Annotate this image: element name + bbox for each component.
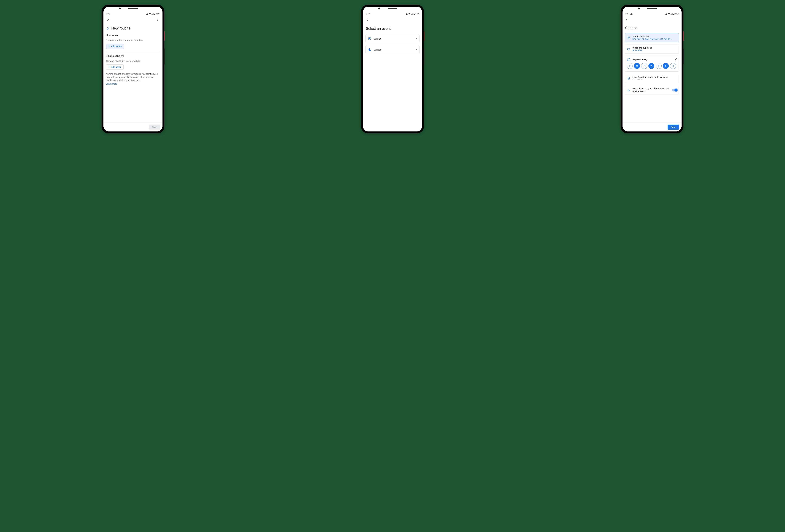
wifi-icon xyxy=(668,13,670,15)
day-chip[interactable]: S xyxy=(627,63,633,69)
phone-3: 3:47 61% Sunrise xyxy=(621,5,683,133)
moon-icon xyxy=(368,48,371,51)
location-title: Sunrise location xyxy=(632,35,677,38)
svg-line-19 xyxy=(370,37,371,38)
page-title: Sunrise xyxy=(625,23,679,33)
day-chip[interactable]: T xyxy=(656,63,662,69)
phone-2: 3:47 61% Select an event Sunrise xyxy=(361,5,424,133)
plus-icon xyxy=(108,45,110,47)
day-chip[interactable]: T xyxy=(641,63,647,69)
svg-rect-22 xyxy=(674,13,674,13)
back-icon[interactable] xyxy=(625,17,630,22)
svg-point-6 xyxy=(157,20,158,21)
clock: 3:47 xyxy=(625,12,629,15)
save-button: Save xyxy=(149,125,160,130)
when-title: When the sun rises xyxy=(632,47,677,49)
event-option-label: Sunset xyxy=(374,48,413,51)
repeats-title: Repeats every xyxy=(632,58,647,61)
wifi-icon xyxy=(408,13,410,15)
svg-point-28 xyxy=(629,78,629,78)
clock-icon xyxy=(627,48,631,51)
battery-pct: 61% xyxy=(415,13,419,15)
add-action-button[interactable]: Add action xyxy=(106,64,124,70)
location-address: 977 Pine St, San Francisco, CA 94108,... xyxy=(632,38,677,40)
svg-rect-9 xyxy=(414,13,415,13)
card-sunrise-location[interactable]: Sunrise location 977 Pine St, San Franci… xyxy=(625,33,679,42)
svg-rect-23 xyxy=(673,14,674,15)
day-chip[interactable]: W xyxy=(649,63,654,69)
card-audio-device[interactable]: Hear Assistant audio on this device No d… xyxy=(625,74,679,83)
day-chip[interactable]: M xyxy=(634,63,640,69)
audio-title: Hear Assistant audio on this device xyxy=(632,76,677,78)
card-notify[interactable]: Get notified on your phone when this rou… xyxy=(625,85,679,95)
clock: 3:47 xyxy=(106,12,110,15)
svg-rect-2 xyxy=(154,13,155,13)
notify-toggle[interactable] xyxy=(672,89,677,91)
add-starter-button[interactable]: Add starter xyxy=(106,44,124,49)
magic-wand-icon xyxy=(106,27,110,30)
privacy-info-text: Anyone sharing or near your Google Assis… xyxy=(106,72,160,82)
card-repeats: Repeats every SMTWTFS xyxy=(625,56,679,72)
wifi-icon xyxy=(149,13,151,15)
chevron-right-icon xyxy=(415,37,417,40)
svg-point-5 xyxy=(157,20,158,20)
battery-icon xyxy=(673,13,675,15)
svg-rect-3 xyxy=(154,14,155,15)
overflow-menu-icon[interactable] xyxy=(155,17,160,22)
speaker-icon xyxy=(627,77,631,80)
signal-icon xyxy=(670,13,673,15)
svg-point-11 xyxy=(369,38,370,39)
svg-point-27 xyxy=(628,78,629,79)
section-how-to-start: How to start xyxy=(106,34,160,37)
day-chip[interactable]: S xyxy=(670,63,676,69)
day-selector: SMTWTFS xyxy=(627,62,677,70)
hint-how-to-start: Choose a voice command or a time xyxy=(106,39,160,42)
phone-1: 3:47 61% New routine xyxy=(102,5,164,133)
event-option-sunrise[interactable]: Sunrise xyxy=(365,34,420,43)
section-routine-will: This Routine will xyxy=(106,55,160,57)
done-button[interactable]: Done xyxy=(667,125,679,130)
plus-icon xyxy=(108,66,110,68)
app-badge-icon xyxy=(630,13,633,15)
svg-rect-10 xyxy=(414,14,415,15)
page-title: New routine xyxy=(111,26,131,30)
svg-line-18 xyxy=(369,39,369,40)
add-starter-label: Add starter xyxy=(111,45,122,48)
battery-icon xyxy=(413,13,415,15)
audio-sub: No device xyxy=(632,78,677,81)
svg-point-24 xyxy=(628,37,629,38)
battery-pct: 61% xyxy=(675,13,679,15)
svg-line-17 xyxy=(370,39,371,40)
svg-line-16 xyxy=(369,37,369,38)
day-chip[interactable]: F xyxy=(663,63,669,69)
page-title: Select an event xyxy=(365,23,420,34)
svg-rect-0 xyxy=(147,14,147,14)
back-icon[interactable] xyxy=(365,17,371,22)
status-bar: 3:47 61% xyxy=(363,12,422,16)
svg-rect-7 xyxy=(406,14,407,14)
learn-more-link[interactable]: Learn More xyxy=(106,82,117,85)
edit-icon[interactable] xyxy=(675,58,677,61)
dnd-icon xyxy=(146,13,148,15)
when-sub: At sunrise xyxy=(632,49,677,52)
location-pin-icon xyxy=(627,36,631,39)
status-bar: 3:47 61% xyxy=(623,12,682,16)
clock: 3:47 xyxy=(366,12,370,15)
event-option-sunset[interactable]: Sunset xyxy=(365,45,420,54)
notify-title: Get notified on your phone when this rou… xyxy=(632,87,670,93)
repeat-icon xyxy=(627,58,631,61)
chevron-right-icon xyxy=(415,48,417,51)
event-option-label: Sunrise xyxy=(374,37,413,40)
svg-point-4 xyxy=(157,19,158,19)
battery-pct: 61% xyxy=(156,13,160,15)
sun-icon xyxy=(368,37,371,40)
add-action-label: Add action xyxy=(111,66,122,68)
hint-routine-will: Choose what this Routine will do xyxy=(106,60,160,62)
card-when-sun-rises[interactable]: When the sun rises At sunrise xyxy=(625,45,679,54)
bell-icon xyxy=(627,88,631,91)
dnd-icon xyxy=(665,13,667,15)
signal-icon xyxy=(411,13,413,15)
status-bar: 3:47 61% xyxy=(103,12,162,16)
dnd-icon xyxy=(406,13,408,15)
close-icon[interactable] xyxy=(106,17,111,22)
